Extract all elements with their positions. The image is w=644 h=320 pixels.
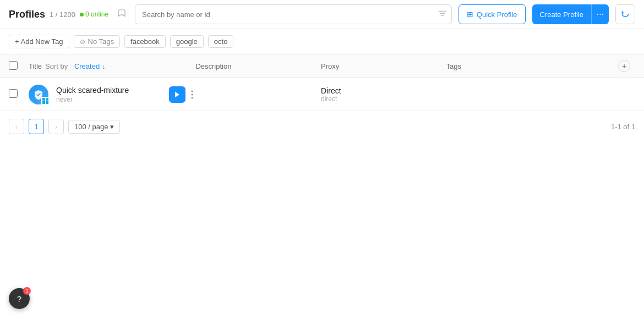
row-action-buttons	[169, 86, 195, 103]
proxy-type: direct	[321, 95, 446, 103]
header-checkbox-col	[9, 61, 29, 71]
create-profile-more-button[interactable]: ···	[591, 4, 609, 24]
per-page-chevron-icon: ▾	[110, 123, 114, 131]
online-badge: 0 online	[80, 10, 108, 18]
current-page-button[interactable]: 1	[29, 119, 44, 134]
header: Profiles 1 / 1200 0 online ⊞ Quick Profi…	[0, 0, 644, 29]
bookmark-icon	[117, 9, 126, 18]
tags-row: + Add New Tag ⊘ No Tags facebook google …	[0, 29, 644, 54]
tag-octo[interactable]: octo	[208, 35, 234, 48]
no-tags-icon: ⊘	[80, 38, 85, 46]
per-page-select[interactable]: 100 / page ▾	[68, 120, 120, 134]
ellipsis-icon: ···	[597, 9, 604, 19]
help-icon: ?	[17, 294, 21, 304]
tag-facebook[interactable]: facebook	[124, 35, 166, 48]
tags-label: Tags	[446, 62, 461, 70]
svg-rect-1	[46, 98, 48, 101]
description-column-header: Description	[195, 62, 321, 70]
svg-rect-3	[46, 101, 48, 104]
actions-column-header: +	[613, 60, 635, 72]
refresh-icon	[621, 10, 630, 19]
profile-name: Quick scared-mixture	[56, 86, 129, 95]
proxy-column-header: Proxy	[321, 62, 446, 70]
svg-point-4	[192, 90, 193, 92]
per-page-label: 100 / page	[74, 123, 108, 131]
row-proxy-col: Direct direct	[321, 86, 446, 103]
sort-controls: Sort by Created ↓	[45, 62, 106, 70]
sort-by-label: Sort by	[45, 62, 68, 70]
header-title-group: Profiles 1 / 1200 0 online	[9, 9, 108, 20]
search-container	[135, 4, 452, 24]
page-title: Profiles	[9, 9, 45, 20]
prev-page-button[interactable]: ‹	[9, 119, 24, 134]
create-profile-group: Create Profile ···	[532, 4, 609, 24]
prev-icon: ‹	[15, 123, 18, 131]
sort-arrow-icon: ↓	[102, 62, 106, 70]
row-checkbox[interactable]	[9, 89, 18, 98]
profile-info: Quick scared-mixture never	[56, 86, 129, 103]
help-notification-badge: 1	[23, 287, 31, 295]
play-icon	[174, 91, 180, 98]
profile-last-used: never	[56, 96, 129, 103]
svg-point-6	[192, 97, 193, 98]
profile-count: 1 / 1200	[50, 10, 75, 19]
title-label: Title	[29, 62, 42, 70]
tag-no-tags[interactable]: ⊘ No Tags	[74, 35, 120, 48]
pagination-range: 1-1 of 1	[611, 123, 635, 131]
windows-os-icon	[42, 98, 48, 104]
no-tags-label: No Tags	[88, 37, 114, 46]
row-checkbox-col	[9, 89, 29, 100]
next-icon: ›	[55, 123, 57, 131]
row-title-col: Quick scared-mixture never	[29, 85, 195, 104]
add-tag-button[interactable]: + Add New Tag	[9, 35, 69, 48]
quick-profile-label: Quick Profile	[477, 10, 517, 19]
svg-rect-2	[42, 101, 45, 104]
svg-point-5	[192, 93, 193, 95]
profile-avatar-wrapper	[29, 85, 48, 104]
pagination: ‹ 1 › 100 / page ▾ 1-1 of 1	[0, 111, 644, 142]
current-page: 1	[34, 123, 38, 131]
proxy-name: Direct	[321, 86, 446, 95]
facebook-tag-label: facebook	[130, 37, 160, 46]
more-icon	[191, 90, 193, 99]
select-all-checkbox[interactable]	[9, 61, 18, 70]
refresh-button[interactable]	[615, 4, 635, 24]
os-badge	[41, 97, 50, 106]
create-profile-button[interactable]: Create Profile	[532, 4, 591, 24]
next-page-button[interactable]: ›	[48, 119, 64, 134]
tag-google[interactable]: google	[170, 35, 204, 48]
bookmark-button[interactable]	[115, 7, 128, 22]
play-button[interactable]	[169, 86, 185, 103]
description-label: Description	[195, 62, 231, 70]
create-profile-label: Create Profile	[540, 10, 583, 19]
sort-field-link[interactable]: Created	[74, 62, 100, 70]
row-more-button[interactable]	[189, 89, 195, 100]
svg-rect-0	[42, 98, 45, 101]
online-dot-icon	[80, 13, 84, 16]
filter-icon	[439, 10, 446, 19]
tags-column-header: Tags	[446, 62, 613, 70]
search-input[interactable]	[135, 4, 452, 24]
add-column-button[interactable]: +	[618, 60, 630, 72]
table-header: Title Sort by Created ↓ Description Prox…	[0, 54, 644, 78]
quick-profile-button[interactable]: ⊞ Quick Profile	[459, 4, 526, 24]
google-tag-label: google	[176, 37, 198, 46]
windows-icon: ⊞	[467, 10, 473, 19]
proxy-label: Proxy	[321, 62, 339, 70]
table-row: Quick scared-mixture never Direct direct	[0, 78, 644, 111]
add-tag-label: + Add New Tag	[15, 37, 63, 46]
help-button[interactable]: ? 1	[9, 288, 30, 309]
octo-tag-label: octo	[214, 37, 228, 46]
title-column-header: Title Sort by Created ↓	[29, 62, 195, 70]
